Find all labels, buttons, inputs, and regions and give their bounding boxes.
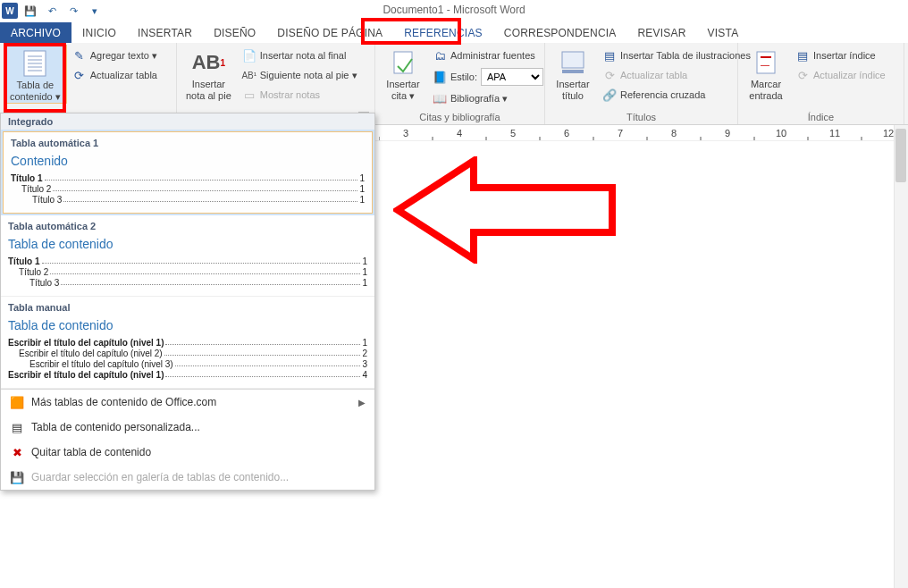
- tab-review[interactable]: REVISAR: [627, 22, 697, 43]
- toc-preview-line: Escribir el título del capítulo (nivel 2…: [8, 349, 367, 358]
- insert-index-label: Insertar índice: [813, 50, 876, 61]
- more-toc-office-label: Más tablas de contenido de Office.com: [31, 396, 216, 408]
- save-selection-button: 💾 Guardar selección en galería de tablas…: [1, 465, 374, 490]
- ruler-tick: 6: [540, 130, 593, 140]
- show-notes-button: ▭Mostrar notas: [239, 86, 361, 104]
- style-icon: 📘: [433, 70, 447, 84]
- gallery-item-manual-title: Tabla de contenido: [8, 318, 367, 332]
- insert-index-icon: ▤: [795, 48, 810, 63]
- show-notes-icon: ▭: [242, 88, 256, 102]
- gallery-item-auto1-title: Contenido: [11, 154, 365, 168]
- tab-home[interactable]: INICIO: [71, 22, 127, 43]
- undo-icon[interactable]: ↶: [43, 2, 61, 20]
- insert-illus-table-button[interactable]: ▤Insertar Tabla de ilustraciones: [599, 46, 754, 64]
- toc-preview-line: Título 31: [11, 195, 365, 205]
- gallery-item-auto1-name: Tabla automática 1: [11, 138, 365, 148]
- update-captions-icon: ⟳: [602, 68, 617, 82]
- update-toc-button[interactable]: ⟳Actualizar tabla: [69, 66, 161, 84]
- insert-citation-label: Insertar cita ▾: [386, 79, 419, 102]
- bibliography-icon: 📖: [433, 91, 447, 105]
- style-label: Estilo:: [450, 71, 477, 82]
- annotation-arrow: [393, 156, 617, 264]
- insert-citation-button[interactable]: Insertar cita ▾: [379, 45, 427, 102]
- add-text-button[interactable]: ✎Agregar texto ▾: [69, 46, 161, 64]
- gallery-item-manual-preview: Escribir el título del capítulo (nivel 1…: [8, 338, 367, 380]
- toc-preview-line: Título 21: [11, 184, 365, 194]
- remove-toc-icon: ✖: [10, 445, 24, 459]
- crossref-button[interactable]: 🔗Referencia cruzada: [599, 86, 754, 104]
- tab-file[interactable]: ARCHIVO: [0, 22, 71, 43]
- show-notes-label: Mostrar notas: [260, 89, 320, 100]
- scrollbar-thumb[interactable]: [895, 129, 906, 182]
- style-row: 📘 Estilo: APA: [429, 66, 547, 88]
- insert-endnote-label: Insertar nota al final: [260, 50, 347, 61]
- ruler-tick: 3: [379, 130, 433, 140]
- manage-sources-button[interactable]: 🗂Administrar fuentes: [429, 46, 547, 64]
- custom-toc-label: Tabla de contenido personalizada...: [31, 421, 200, 433]
- mark-entry-label: Marcar entrada: [749, 79, 782, 102]
- update-captions-label: Actualizar tabla: [620, 70, 687, 80]
- toc-preview-line: Título 11: [11, 173, 365, 183]
- submenu-arrow-icon: ▶: [358, 398, 366, 407]
- update-captions-button: ⟳Actualizar tabla: [599, 66, 754, 84]
- insert-footnote-button[interactable]: AB1 Insertar nota al pie: [181, 45, 237, 102]
- toc-preview-line: Escribir el título del capítulo (nivel 1…: [8, 370, 367, 380]
- gallery-item-auto2-preview: Título 11Título 21Título 31: [8, 256, 367, 288]
- tab-view[interactable]: VISTA: [697, 22, 750, 43]
- horizontal-ruler[interactable]: 34567891011121314: [375, 125, 908, 141]
- gallery-item-auto2-title: Tabla de contenido: [8, 237, 367, 251]
- gallery-item-auto1-preview: Título 11Título 21Título 31: [11, 173, 365, 205]
- ruler-tick: 7: [593, 130, 647, 140]
- next-footnote-button[interactable]: AB¹Siguiente nota al pie ▾: [239, 66, 361, 84]
- toc-button[interactable]: Tabla de contenido ▾: [4, 45, 67, 104]
- mark-entry-button[interactable]: — Marcar entrada: [742, 45, 790, 102]
- tab-insert[interactable]: INSERTAR: [127, 22, 203, 43]
- group-label-captions: Títulos: [549, 110, 734, 124]
- bibliography-button[interactable]: 📖Bibliografía ▾: [429, 89, 547, 107]
- group-label-index: Índice: [742, 110, 900, 124]
- qat-customize-icon[interactable]: ▾: [86, 2, 104, 20]
- toc-button-label: Tabla de contenido ▾: [10, 80, 61, 103]
- ruler-tick: 11: [808, 130, 862, 140]
- office-icon: 🟧: [10, 395, 24, 409]
- update-index-button: ⟳Actualizar índice: [792, 66, 889, 84]
- next-footnote-icon: AB¹: [242, 68, 256, 82]
- save-selection-label: Guardar selección en galería de tablas d…: [31, 471, 289, 483]
- tab-layout[interactable]: DISEÑO DE PÁGINA: [266, 22, 393, 43]
- insert-caption-label: Insertar título: [556, 79, 589, 102]
- toc-gallery-dropdown: Integrado Tabla automática 1 Contenido T…: [0, 113, 375, 491]
- toc-preview-line: Título 21: [8, 267, 367, 277]
- group-citations: Insertar cita ▾ 🗂Administrar fuentes 📘 E…: [375, 43, 545, 124]
- svg-rect-7: [562, 52, 584, 68]
- redo-icon[interactable]: ↷: [64, 2, 82, 20]
- group-label-citations: Citas y bibliografía: [379, 110, 541, 124]
- vertical-scrollbar[interactable]: [894, 125, 908, 588]
- remove-toc-button[interactable]: ✖ Quitar tabla de contenido: [1, 440, 374, 465]
- ruler-tick: 10: [754, 130, 808, 140]
- more-toc-office-button[interactable]: 🟧 Más tablas de contenido de Office.com …: [1, 390, 374, 415]
- insert-index-button[interactable]: ▤Insertar índice: [792, 46, 889, 64]
- manage-sources-icon: 🗂: [433, 48, 447, 63]
- ribbon-tabs: ARCHIVO INICIO INSERTAR DISEÑO DISEÑO DE…: [0, 21, 908, 43]
- toc-preview-line: Título 31: [8, 278, 367, 288]
- gallery-item-auto1[interactable]: Tabla automática 1 Contenido Título 11Tí…: [3, 131, 373, 214]
- word-app-icon: W: [2, 3, 18, 19]
- tab-design[interactable]: DISEÑO: [203, 22, 266, 43]
- insert-caption-button[interactable]: Insertar título: [549, 45, 597, 102]
- save-icon[interactable]: 💾: [21, 2, 39, 20]
- gallery-item-auto2[interactable]: Tabla automática 2 Tabla de contenido Tí…: [1, 215, 374, 297]
- insert-endnote-button[interactable]: 📄Insertar nota al final: [239, 46, 361, 64]
- tab-mailings[interactable]: CORRESPONDENCIA: [493, 22, 627, 43]
- tab-references[interactable]: REFERENCIAS: [393, 22, 493, 43]
- toc-preview-line: Título 11: [8, 256, 367, 266]
- gallery-item-manual[interactable]: Tabla manual Tabla de contenido Escribir…: [1, 297, 374, 389]
- crossref-label: Referencia cruzada: [620, 89, 705, 100]
- insert-footnote-label: Insertar nota al pie: [186, 79, 231, 102]
- update-toc-icon: ⟳: [72, 68, 87, 82]
- manage-sources-label: Administrar fuentes: [450, 50, 535, 61]
- custom-toc-button[interactable]: ▤ Tabla de contenido personalizada...: [1, 415, 374, 440]
- toc-preview-line: Escribir el título del capítulo (nivel 1…: [8, 338, 367, 348]
- style-select[interactable]: APA: [481, 68, 543, 86]
- gallery-item-auto2-name: Tabla automática 2: [8, 221, 367, 231]
- gallery-section-builtin: Integrado: [1, 113, 374, 130]
